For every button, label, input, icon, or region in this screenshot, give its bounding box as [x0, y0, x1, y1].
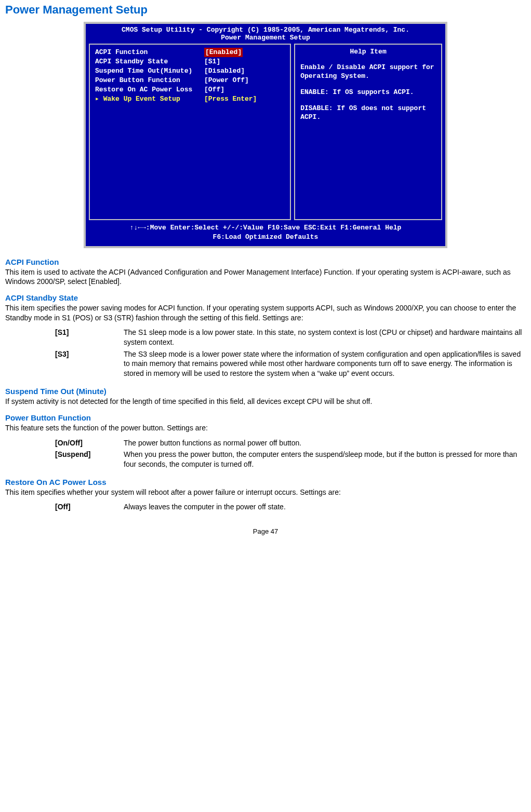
bios-value: [Off]	[204, 85, 224, 94]
setting-key: [Off]	[52, 501, 121, 513]
bios-header-line1: CMOS Setup Utility - Copyright (C) 1985-…	[89, 26, 442, 34]
section-body: This item specifies the power saving mod…	[5, 303, 526, 322]
bios-row: ACPI Function [Enabled]	[95, 48, 285, 57]
bios-label-submenu: Wake Up Event Setup	[95, 94, 204, 104]
bios-label: ACPI Standby State	[95, 57, 204, 66]
bios-row: ACPI Standby State [S1]	[95, 57, 285, 66]
setting-key: [On/Off]	[52, 437, 121, 449]
bios-row: Suspend Time Out(Minute) [Disabled]	[95, 66, 285, 76]
section-heading-acpi-function: ACPI Function	[5, 258, 526, 266]
section-heading-power-button: Power Button Function	[5, 413, 526, 422]
bios-help-text: DISABLE: If OS does not support ACPI.	[300, 104, 436, 121]
setting-desc: The S1 sleep mode is a low power state. …	[121, 327, 526, 348]
bios-footer-line1: ↑↓←→:Move Enter:Select +/-/:Value F10:Sa…	[89, 223, 442, 233]
bios-help-text: ENABLE: If OS supports ACPI.	[300, 88, 436, 97]
bios-footer: ↑↓←→:Move Enter:Select +/-/:Value F10:Sa…	[86, 220, 445, 246]
table-row: [Off] Always leaves the computer in the …	[52, 501, 289, 513]
bios-left-panel: ACPI Function [Enabled] ACPI Standby Sta…	[89, 44, 291, 220]
section-body: This item specifies whether your system …	[5, 488, 526, 497]
table-row: [On/Off] The power button functions as n…	[52, 437, 526, 449]
bios-screenshot: CMOS Setup Utility - Copyright (C) 1985-…	[84, 22, 447, 248]
section-heading-acpi-standby: ACPI Standby State	[5, 293, 526, 302]
bios-header-line2: Power Management Setup	[89, 34, 442, 42]
settings-table: [S1] The S1 sleep mode is a low power st…	[52, 327, 526, 380]
setting-desc: Always leaves the computer in the power …	[121, 501, 289, 513]
table-row: [S1] The S1 sleep mode is a low power st…	[52, 327, 526, 348]
setting-key: [Suspend]	[52, 449, 121, 470]
section-body: If system activity is not detected for t…	[5, 397, 526, 406]
setting-key: [S3]	[52, 348, 121, 380]
bios-value: [Power Off]	[204, 76, 249, 85]
bios-row: Power Button Function [Power Off]	[95, 76, 285, 85]
section-heading-restore: Restore On AC Power Loss	[5, 478, 526, 486]
bios-label: ACPI Function	[95, 48, 204, 57]
settings-table: [Off] Always leaves the computer in the …	[52, 501, 289, 513]
page-number: Page 47	[5, 527, 526, 535]
section-body: This item is used to activate the ACPI (…	[5, 267, 526, 286]
settings-table: [On/Off] The power button functions as n…	[52, 437, 526, 471]
setting-desc: When you press the power button, the com…	[121, 449, 526, 470]
bios-row: Restore On AC Power Loss [Off]	[95, 85, 285, 94]
bios-row-submenu: Wake Up Event Setup [Press Enter]	[95, 94, 285, 104]
setting-key: [S1]	[52, 327, 121, 348]
bios-help-panel: Help Item Enable / Disable ACPI support …	[294, 44, 442, 220]
bios-footer-line2: F6:Load Optimized Defaults	[89, 233, 442, 242]
bios-value: [S1]	[204, 57, 220, 66]
bios-label: Restore On AC Power Loss	[95, 85, 204, 94]
bios-label: Suspend Time Out(Minute)	[95, 66, 204, 76]
setting-desc: The power button functions as normal pow…	[121, 437, 526, 449]
setting-desc: The S3 sleep mode is a lower power state…	[121, 348, 526, 380]
section-heading-suspend: Suspend Time Out (Minute)	[5, 387, 526, 396]
bios-value-submenu: [Press Enter]	[204, 94, 257, 104]
bios-header: CMOS Setup Utility - Copyright (C) 1985-…	[86, 24, 445, 44]
bios-value: [Disabled]	[204, 66, 245, 76]
table-row: [S3] The S3 sleep mode is a lower power …	[52, 348, 526, 380]
section-body: This feature sets the function of the po…	[5, 423, 526, 432]
page-title: Power Management Setup	[5, 3, 526, 17]
bios-help-title: Help Item	[300, 48, 436, 56]
bios-label: Power Button Function	[95, 76, 204, 85]
table-row: [Suspend] When you press the power butto…	[52, 449, 526, 470]
bios-value-selected: [Enabled]	[204, 48, 243, 57]
bios-help-text: Enable / Disable ACPI support for Operat…	[300, 63, 436, 80]
